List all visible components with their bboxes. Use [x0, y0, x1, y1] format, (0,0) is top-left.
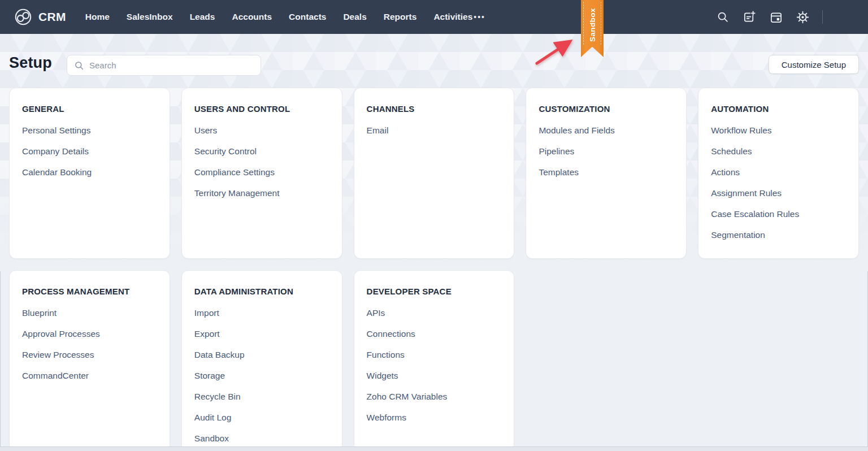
setup-card-data-administration: DATA ADMINISTRATION ImportExportData Bac…: [181, 270, 342, 451]
main-nav: HomeSalesInboxLeadsAccountsContactsDeals…: [85, 12, 473, 22]
setup-card-title: DEVELOPER SPACE: [367, 287, 502, 296]
setup-search-box[interactable]: [67, 55, 261, 76]
navbar-separator: [822, 10, 823, 24]
setup-link-sandbox[interactable]: Sandbox: [194, 428, 329, 449]
nav-more-button[interactable]: •••: [474, 12, 485, 21]
red-arrow-annotation: [531, 35, 579, 68]
setup-link-company-details[interactable]: Company Details: [22, 141, 157, 162]
setup-header: Setup Customize Setup: [0, 34, 868, 88]
setup-card-channels: CHANNELS Email: [354, 88, 515, 259]
navbar-right-tools: [716, 8, 854, 27]
nav-item-leads[interactable]: Leads: [190, 12, 215, 22]
setup-link-actions[interactable]: Actions: [711, 162, 846, 183]
setup-link-templates[interactable]: Templates: [539, 162, 674, 183]
quick-create-icon[interactable]: [743, 10, 756, 24]
setup-card-list: Modules and FieldsPipelinesTemplates: [539, 120, 674, 183]
setup-card-list: UsersSecurity ControlCompliance Settings…: [194, 120, 329, 203]
setup-link-approval-processes[interactable]: Approval Processes: [22, 323, 157, 344]
setup-card-developer-space: DEVELOPER SPACE APIsConnectionsFunctions…: [354, 270, 515, 451]
settings-gear-icon[interactable]: [796, 10, 809, 24]
setup-card-general: GENERAL Personal SettingsCompany Details…: [9, 88, 170, 259]
setup-link-calendar-booking[interactable]: Calendar Booking: [22, 162, 157, 183]
setup-card-list: BlueprintApproval ProcessesReview Proces…: [22, 302, 157, 386]
user-avatar[interactable]: [836, 8, 854, 27]
setup-link-recycle-bin[interactable]: Recycle Bin: [194, 386, 329, 407]
nav-item-activities[interactable]: Activities: [433, 12, 472, 22]
setup-card-customization: CUSTOMIZATION Modules and FieldsPipeline…: [526, 88, 687, 259]
setup-card-automation: AUTOMATION Workflow RulesSchedulesAction…: [698, 88, 859, 259]
setup-link-import[interactable]: Import: [194, 302, 329, 323]
setup-link-review-processes[interactable]: Review Processes: [22, 344, 157, 365]
setup-link-users[interactable]: Users: [194, 120, 329, 141]
nav-item-contacts[interactable]: Contacts: [289, 12, 326, 22]
setup-link-connections[interactable]: Connections: [367, 323, 502, 344]
nav-item-salesinbox[interactable]: SalesInbox: [127, 12, 173, 22]
setup-card-title: DATA ADMINISTRATION: [194, 287, 329, 296]
setup-search-input[interactable]: [89, 60, 254, 70]
window-bottom-edge: [0, 446, 868, 451]
nav-item-reports[interactable]: Reports: [384, 12, 417, 22]
setup-card-list: Workflow RulesSchedulesActionsAssignment…: [711, 120, 846, 245]
crm-logo[interactable]: CRM: [14, 7, 66, 27]
setup-card-title: CUSTOMIZATION: [539, 104, 674, 114]
setup-card-title: CHANNELS: [367, 104, 502, 114]
nav-item-deals[interactable]: Deals: [343, 12, 366, 22]
setup-link-audit-log[interactable]: Audit Log: [194, 407, 329, 428]
setup-card-title: USERS AND CONTROL: [194, 104, 329, 114]
setup-link-case-escalation-rules[interactable]: Case Escalation Rules: [711, 203, 846, 224]
setup-link-assignment-rules[interactable]: Assignment Rules: [711, 183, 846, 203]
customize-setup-button[interactable]: Customize Setup: [769, 55, 859, 74]
setup-link-modules-and-fields[interactable]: Modules and Fields: [539, 120, 674, 141]
setup-link-workflow-rules[interactable]: Workflow Rules: [711, 120, 846, 141]
setup-link-schedules[interactable]: Schedules: [711, 141, 846, 162]
calendar-icon[interactable]: [769, 10, 783, 24]
setup-link-email[interactable]: Email: [367, 120, 502, 141]
setup-card-title: AUTOMATION: [711, 104, 846, 114]
setup-link-storage[interactable]: Storage: [194, 365, 329, 386]
setup-link-webforms[interactable]: Webforms: [367, 407, 502, 428]
search-input-icon: [74, 60, 84, 71]
setup-card-title: GENERAL: [22, 104, 157, 114]
setup-cards-grid: GENERAL Personal SettingsCompany Details…: [9, 88, 859, 451]
top-navbar: CRM HomeSalesInboxLeadsAccountsContactsD…: [0, 0, 868, 34]
setup-card-list: APIsConnectionsFunctionsWidgetsZoho CRM …: [367, 302, 502, 428]
brand-text: CRM: [38, 10, 66, 24]
setup-card-list: Email: [367, 120, 502, 141]
setup-link-personal-settings[interactable]: Personal Settings: [22, 120, 157, 141]
setup-link-segmentation[interactable]: Segmentation: [711, 224, 846, 245]
setup-card-list: Personal SettingsCompany DetailsCalendar…: [22, 120, 157, 183]
setup-link-blueprint[interactable]: Blueprint: [22, 302, 157, 323]
zoho-logo-icon: [14, 7, 33, 27]
nav-item-accounts[interactable]: Accounts: [232, 12, 272, 22]
sandbox-ribbon-label: Sandbox: [581, 5, 604, 45]
setup-link-widgets[interactable]: Widgets: [367, 365, 502, 386]
setup-card-list: ImportExportData BackupStorageRecycle Bi…: [194, 302, 329, 449]
setup-link-data-backup[interactable]: Data Backup: [194, 344, 329, 365]
page-title: Setup: [9, 54, 52, 72]
setup-link-pipelines[interactable]: Pipelines: [539, 141, 674, 162]
setup-link-functions[interactable]: Functions: [367, 344, 502, 365]
setup-link-apis[interactable]: APIs: [367, 302, 502, 323]
setup-link-territory-management[interactable]: Territory Management: [194, 183, 329, 203]
setup-link-zoho-crm-variables[interactable]: Zoho CRM Variables: [367, 386, 502, 407]
setup-link-security-control[interactable]: Security Control: [194, 141, 329, 162]
setup-card-process-management: PROCESS MANAGEMENT BlueprintApproval Pro…: [9, 270, 170, 451]
search-icon[interactable]: [716, 10, 730, 24]
setup-card-title: PROCESS MANAGEMENT: [22, 287, 157, 296]
setup-link-compliance-settings[interactable]: Compliance Settings: [194, 162, 329, 183]
setup-link-export[interactable]: Export: [194, 323, 329, 344]
nav-item-home[interactable]: Home: [85, 12, 110, 22]
setup-link-commandcenter[interactable]: CommandCenter: [22, 365, 157, 386]
setup-card-users-and-control: USERS AND CONTROL UsersSecurity ControlC…: [181, 88, 342, 259]
